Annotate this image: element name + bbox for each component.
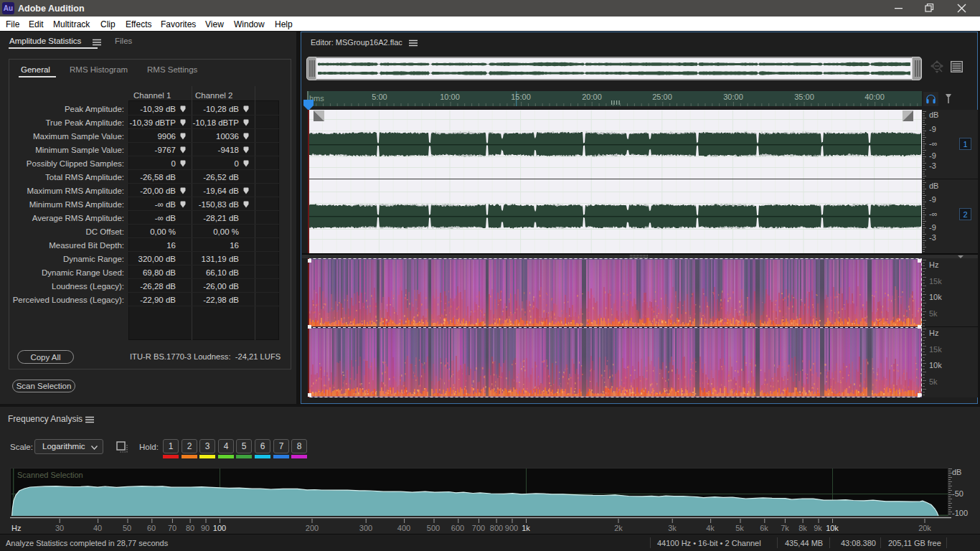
svg-text:Scanned Selection: Scanned Selection xyxy=(17,471,83,479)
svg-text:-50: -50 xyxy=(952,489,963,498)
svg-text:dB: dB xyxy=(952,468,961,476)
svg-text:-100: -100 xyxy=(952,509,968,517)
